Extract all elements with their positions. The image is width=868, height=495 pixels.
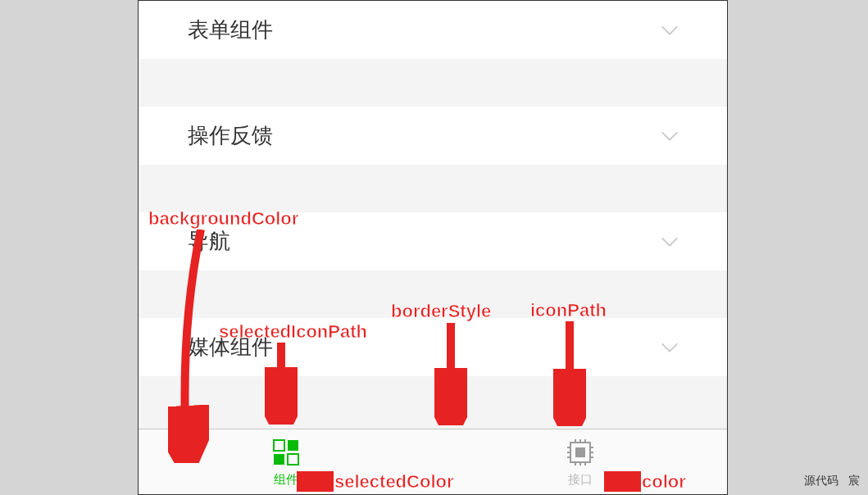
footer-author: 宸	[848, 474, 860, 487]
chip-icon	[564, 436, 597, 469]
device-frame: 表单组件 操作反馈 导航 媒体组件	[138, 0, 728, 495]
content-area: 表单组件 操作反馈 导航 媒体组件	[139, 1, 727, 429]
divider-gap	[139, 59, 727, 107]
chevron-down-icon	[658, 230, 681, 253]
svg-rect-3	[288, 454, 298, 465]
chevron-down-icon	[658, 19, 681, 42]
chevron-down-icon	[658, 336, 681, 359]
footer-credit: 源代码 宸	[798, 474, 860, 488]
tab-label: 组件	[274, 472, 298, 488]
list-item-form[interactable]: 表单组件	[139, 1, 727, 59]
tab-component[interactable]: 组件	[139, 429, 433, 494]
tab-interface[interactable]: 接口	[433, 429, 727, 494]
svg-rect-0	[274, 440, 284, 451]
divider-gap	[139, 165, 727, 212]
list-item-label: 媒体组件	[188, 333, 273, 361]
divider-gap	[139, 270, 727, 318]
list-item-nav[interactable]: 导航	[139, 212, 727, 270]
svg-rect-1	[288, 440, 298, 451]
svg-rect-5	[575, 447, 585, 457]
tabbar: 组件	[139, 429, 727, 494]
list-item-label: 操作反馈	[188, 121, 273, 150]
chevron-down-icon	[658, 125, 681, 148]
tab-label: 接口	[568, 472, 593, 488]
list-item-media[interactable]: 媒体组件	[139, 318, 727, 376]
footer-source: 源代码	[804, 474, 838, 487]
list-item-label: 导航	[188, 227, 230, 256]
grid-icon	[270, 436, 302, 469]
svg-rect-2	[274, 454, 284, 465]
list-item-feedback[interactable]: 操作反馈	[139, 107, 727, 165]
list-item-label: 表单组件	[188, 16, 273, 44]
